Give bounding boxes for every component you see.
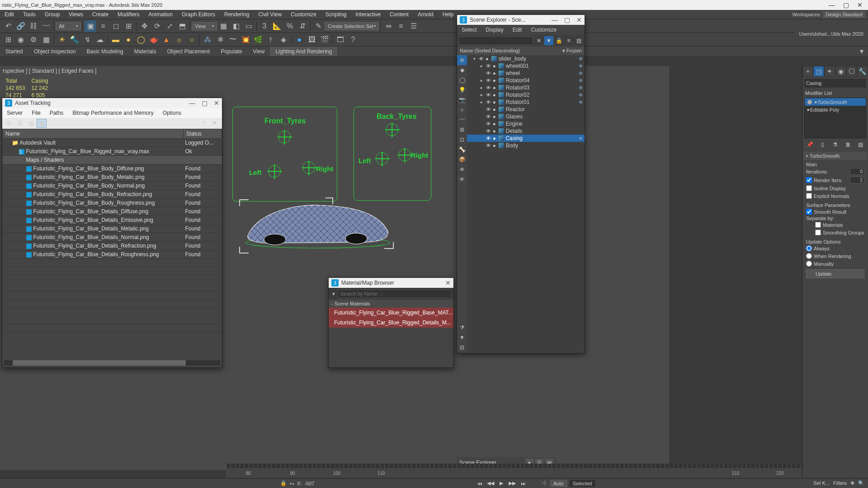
minimize-button[interactable]: — <box>829 1 835 9</box>
menu-group[interactable]: Group <box>40 11 64 18</box>
asset-row[interactable]: Futuristic_Flying_Car_Blue_Details_Emiss… <box>3 216 222 225</box>
asset-menu-bitmap[interactable]: Bitmap Performance and Memory <box>68 110 158 116</box>
asset-col-status[interactable]: Status <box>184 129 222 139</box>
scene-close-button[interactable]: ✕ <box>576 16 582 23</box>
nav-zoom-icon[interactable]: 🔍 <box>858 480 864 486</box>
ribbon-tab-view[interactable]: View <box>248 47 270 56</box>
filter-geometry-icon[interactable]: ◆ <box>457 65 467 75</box>
back-center-gizmo[interactable] <box>386 123 398 136</box>
scene-node-engine[interactable]: 👁●Engine <box>467 120 585 127</box>
align-button[interactable]: ≡ <box>395 20 407 32</box>
lock-selection-icon[interactable]: 🔒 <box>280 480 287 486</box>
material-close-button[interactable]: ✕ <box>445 279 451 286</box>
goto-end-button[interactable]: ⏭ <box>518 479 528 488</box>
scene-lock-button[interactable]: 🔒 <box>554 36 563 45</box>
modifier-list-label[interactable]: Modifier List <box>802 89 868 97</box>
spinner-snap-button[interactable]: ⇵ <box>297 20 308 32</box>
asset-menu-paths[interactable]: Paths <box>45 110 68 116</box>
configure-sets-icon[interactable]: ▤ <box>856 140 865 149</box>
separate-groups-checkbox[interactable] <box>815 230 821 235</box>
geom-teapot-button[interactable]: 🫖 <box>148 34 160 46</box>
keymode-toggle-icon[interactable]: 🗝 <box>289 481 294 486</box>
light-skylight-button[interactable]: ☁ <box>94 34 106 46</box>
menu-civil-view[interactable]: Civil View <box>254 11 286 18</box>
asset-help-button[interactable]: ? <box>198 119 208 128</box>
motion-tab-icon[interactable]: ◉ <box>835 66 846 77</box>
front-left-gizmo[interactable] <box>268 165 281 178</box>
geom-geosphere-button[interactable]: ○ <box>186 34 198 46</box>
layers-button[interactable]: ☰ <box>408 20 420 32</box>
asset-row[interactable]: Futuristic_Flying_Car_Blue_Body_Normal.p… <box>3 182 222 190</box>
filter-frozen-icon[interactable]: ❄ <box>457 164 467 174</box>
set-key-button[interactable]: Set K... <box>813 480 830 486</box>
scene-node-wheel[interactable]: 👁●wheel❄ <box>467 70 585 77</box>
ribbon-dropdown[interactable]: ▾ <box>856 46 868 57</box>
update-button[interactable]: Update <box>806 269 864 278</box>
selection-filter-dropdown[interactable]: All <box>56 22 81 30</box>
asset-row-scene[interactable]: 3Futuristic_Flying_Car_Blue_Rigged_max_v… <box>3 147 222 156</box>
viewport-label[interactable]: rspective ] [ Standard ] [ Edged Faces ] <box>3 68 96 74</box>
filter-container-icon[interactable]: 📦 <box>457 155 467 164</box>
menu-rendering[interactable]: Rendering <box>220 11 254 18</box>
asset-tracking-titlebar[interactable]: 3 Asset Tracking — ▢ ✕ <box>2 98 222 108</box>
iterations-spinner[interactable]: 0 <box>850 168 864 175</box>
material-search-input[interactable] <box>337 289 452 298</box>
asset-close-button[interactable]: ✕ <box>214 99 219 107</box>
ribbon-tab-materials[interactable]: Materials <box>129 47 162 56</box>
asset-table-button[interactable]: ▦ <box>37 119 47 128</box>
filter-spacewarps-icon[interactable]: 〰 <box>457 115 467 125</box>
play-button[interactable]: ▶ <box>496 479 506 488</box>
angle-snap-button[interactable]: 📐 <box>271 20 283 32</box>
front-right-gizmo[interactable] <box>302 161 315 174</box>
material-dropdown-icon[interactable]: ▾ <box>330 291 337 297</box>
asset-menu-server[interactable]: Server <box>2 110 27 116</box>
asset-row-vault[interactable]: 📁 Autodesk VaultLogged O... <box>3 139 222 147</box>
render-iters-spinner[interactable]: 2 <box>850 177 864 183</box>
light-spot-button[interactable]: 🔦 <box>69 34 80 46</box>
select-rect-button[interactable]: ◻ <box>110 20 122 32</box>
scene-sort-button[interactable]: ≡ <box>564 36 573 45</box>
material-item-base[interactable]: Futuristic_Flying_Car_Blue_Rigged_Base_M… <box>329 308 453 318</box>
asset-list-button[interactable]: ▤ <box>26 119 36 128</box>
pin-stack-icon[interactable]: 📌 <box>805 140 814 149</box>
make-unique-icon[interactable]: ⚗ <box>830 140 840 149</box>
scene-col-name[interactable]: Name (Sorted Descending) <box>460 48 520 54</box>
scene-menu-select[interactable]: Select <box>457 27 481 33</box>
pivot-button[interactable]: ▦ <box>217 20 229 32</box>
modifier-turbosmooth[interactable]: ▸ TurboSmooth <box>805 98 866 106</box>
scene-node-rotator03[interactable]: ▸👁●Rotator03❄ <box>467 84 585 91</box>
filter-funnel-icon[interactable]: ⧩ <box>457 323 467 333</box>
link-button[interactable]: ⛓ <box>28 20 39 32</box>
update-manually-radio[interactable] <box>806 261 812 267</box>
asset-maximize-button[interactable]: ▢ <box>202 99 208 107</box>
add-time-tag-icon[interactable]: ➕ <box>542 480 548 486</box>
filter-hidden-icon[interactable]: 👁 <box>457 174 467 184</box>
render-iters-checkbox[interactable] <box>806 177 812 183</box>
material-section-scene[interactable]: - Scene Materials <box>329 300 453 308</box>
asset-row-maps-header[interactable]: Maps / Shaders <box>3 156 222 164</box>
modify-tab-icon[interactable]: ◳ <box>813 66 824 77</box>
asset-col-name[interactable]: Name <box>3 129 184 139</box>
x-value[interactable]: -507 <box>304 481 314 486</box>
scene-col-frozen[interactable]: ▾ Frozen <box>562 48 582 54</box>
close-button[interactable]: ✕ <box>857 1 863 9</box>
ribbon-tab-populate[interactable]: Populate <box>215 47 247 56</box>
scene-node-body[interactable]: 👁●Body <box>467 142 585 149</box>
scene-filter-button[interactable]: ▼ <box>544 36 553 45</box>
ribbon-tab-placement[interactable]: Object Placement <box>161 47 215 56</box>
scene-node-rotator04[interactable]: ▸👁●Rotator04❄ <box>467 77 585 84</box>
space-warp-button[interactable]: 〜 <box>227 34 239 46</box>
ribbon-tab-modeling[interactable]: Basic Modeling <box>81 47 128 56</box>
rotate-button[interactable]: ⟳ <box>151 20 163 32</box>
smooth-result-checkbox[interactable] <box>806 209 812 215</box>
menu-modifiers[interactable]: Modifiers <box>113 11 144 18</box>
scene-minimize-button[interactable]: — <box>552 16 558 23</box>
display-tab-icon[interactable]: 🖵 <box>846 66 857 77</box>
geom-cone-button[interactable]: ▲ <box>160 34 172 46</box>
asset-scrollbar[interactable] <box>4 360 220 366</box>
light-direct-button[interactable]: ↯ <box>81 34 93 46</box>
front-center-gizmo[interactable] <box>278 131 291 143</box>
keymode-button[interactable]: ▭ <box>243 20 255 32</box>
maximize-button[interactable]: ▢ <box>843 1 849 9</box>
workspace-dropdown[interactable]: Design Standard <box>823 11 865 18</box>
